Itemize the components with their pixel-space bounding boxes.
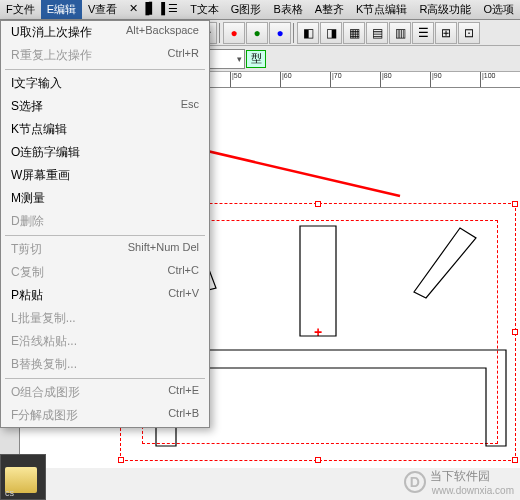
menu-item: O组合成图形Ctrl+E — [1, 381, 209, 404]
menu-separator — [5, 235, 205, 236]
ruler-tick: |100 — [480, 72, 496, 88]
btn-style[interactable]: 型 — [246, 50, 266, 68]
tool-blue[interactable]: ● — [269, 22, 291, 44]
menu-separator — [5, 378, 205, 379]
resize-handle-s[interactable] — [315, 457, 321, 463]
ruler-tick: |60 — [280, 72, 292, 88]
menu-item-label: E沿线粘贴... — [11, 333, 77, 350]
folder-label: cs — [5, 488, 14, 498]
menu-item-label: C复制 — [11, 264, 44, 281]
menu-file[interactable]: F文件 — [0, 0, 41, 19]
menu-item[interactable]: W屏幕重画 — [1, 164, 209, 187]
menu-item-label: D删除 — [11, 213, 44, 230]
menu-icons[interactable]: ✕ ▐▍▐ ☰ — [123, 0, 184, 19]
menu-item-label: O组合成图形 — [11, 384, 80, 401]
menu-item-shortcut: Ctrl+C — [168, 264, 199, 281]
menu-item-label: U取消上次操作 — [11, 24, 92, 41]
tool-misc5[interactable]: ▥ — [389, 22, 411, 44]
separator — [219, 23, 221, 43]
watermark: D 当下软件园 www.downxia.com — [404, 468, 514, 496]
tool-misc2[interactable]: ◨ — [320, 22, 342, 44]
menu-item-label: I文字输入 — [11, 75, 62, 92]
menu-item: B替换复制... — [1, 353, 209, 376]
menu-item-label: M测量 — [11, 190, 45, 207]
menu-separator — [5, 69, 205, 70]
menu-item-label: S选择 — [11, 98, 43, 115]
menu-item: F分解成图形Ctrl+B — [1, 404, 209, 427]
menu-item-shortcut: Ctrl+B — [168, 407, 199, 424]
menu-align[interactable]: A整齐 — [309, 0, 350, 19]
menu-text[interactable]: T文本 — [184, 0, 225, 19]
taskbar-thumb: cs — [0, 454, 46, 500]
tool-misc8[interactable]: ⊡ — [458, 22, 480, 44]
menu-edit[interactable]: E编辑 — [41, 0, 82, 19]
menu-options[interactable]: O选项 — [477, 0, 520, 19]
menu-item-label: B替换复制... — [11, 356, 77, 373]
menu-graphics[interactable]: G图形 — [225, 0, 268, 19]
tool-misc4[interactable]: ▤ — [366, 22, 388, 44]
menu-item[interactable]: K节点编辑 — [1, 118, 209, 141]
menu-item[interactable]: P粘贴Ctrl+V — [1, 284, 209, 307]
menu-item-label: O连筋字编辑 — [11, 144, 80, 161]
menu-item-shortcut: Ctrl+E — [168, 384, 199, 401]
menu-item: R重复上次操作Ctrl+R — [1, 44, 209, 67]
resize-handle-n[interactable] — [315, 201, 321, 207]
tool-misc6[interactable]: ☰ — [412, 22, 434, 44]
menu-item-shortcut: Ctrl+R — [168, 47, 199, 64]
menu-item[interactable]: S选择Esc — [1, 95, 209, 118]
menubar: F文件 E编辑 V查看 ✕ ▐▍▐ ☰ T文本 G图形 B表格 A整齐 K节点编… — [0, 0, 520, 20]
menu-item-shortcut: Ctrl+V — [168, 287, 199, 304]
resize-handle-se[interactable] — [512, 457, 518, 463]
menu-item-shortcut: Esc — [181, 98, 199, 115]
menu-item: C复制Ctrl+C — [1, 261, 209, 284]
menu-item-label: K节点编辑 — [11, 121, 67, 138]
menu-item: L批量复制... — [1, 307, 209, 330]
menu-item: T剪切Shift+Num Del — [1, 238, 209, 261]
tool-red[interactable]: ● — [223, 22, 245, 44]
menu-item: D删除 — [1, 210, 209, 233]
watermark-url: www.downxia.com — [432, 485, 514, 496]
menu-item-shortcut: Shift+Num Del — [128, 241, 199, 258]
menu-table[interactable]: B表格 — [267, 0, 308, 19]
menu-view[interactable]: V查看 — [82, 0, 123, 19]
ruler-tick: |50 — [230, 72, 242, 88]
menu-item-shortcut: Alt+Backspace — [126, 24, 199, 41]
separator — [293, 23, 295, 43]
menu-item[interactable]: I文字输入 — [1, 72, 209, 95]
ruler-tick: |90 — [430, 72, 442, 88]
ruler-tick: |70 — [330, 72, 342, 88]
tool-green[interactable]: ● — [246, 22, 268, 44]
menu-item-label: F分解成图形 — [11, 407, 78, 424]
menu-item-label: P粘贴 — [11, 287, 43, 304]
edit-dropdown: U取消上次操作Alt+BackspaceR重复上次操作Ctrl+RI文字输入S选… — [0, 20, 210, 428]
ruler-tick: |80 — [380, 72, 392, 88]
tool-misc1[interactable]: ◧ — [297, 22, 319, 44]
resize-handle-ne[interactable] — [512, 201, 518, 207]
menu-item[interactable]: O连筋字编辑 — [1, 141, 209, 164]
watermark-name: 当下软件园 — [430, 468, 514, 485]
menu-item-label: R重复上次操作 — [11, 47, 92, 64]
menu-item: E沿线粘贴... — [1, 330, 209, 353]
menu-item-label: L批量复制... — [11, 310, 76, 327]
menu-item-label: T剪切 — [11, 241, 42, 258]
resize-handle-e[interactable] — [512, 329, 518, 335]
menu-advanced[interactable]: R高级功能 — [413, 0, 477, 19]
tool-misc3[interactable]: ▦ — [343, 22, 365, 44]
menu-node-edit[interactable]: K节点编辑 — [350, 0, 413, 19]
resize-handle-sw[interactable] — [118, 457, 124, 463]
menu-item-label: W屏幕重画 — [11, 167, 70, 184]
menu-item[interactable]: U取消上次操作Alt+Backspace — [1, 21, 209, 44]
menu-item[interactable]: M测量 — [1, 187, 209, 210]
tool-misc7[interactable]: ⊞ — [435, 22, 457, 44]
watermark-logo-icon: D — [404, 471, 426, 493]
